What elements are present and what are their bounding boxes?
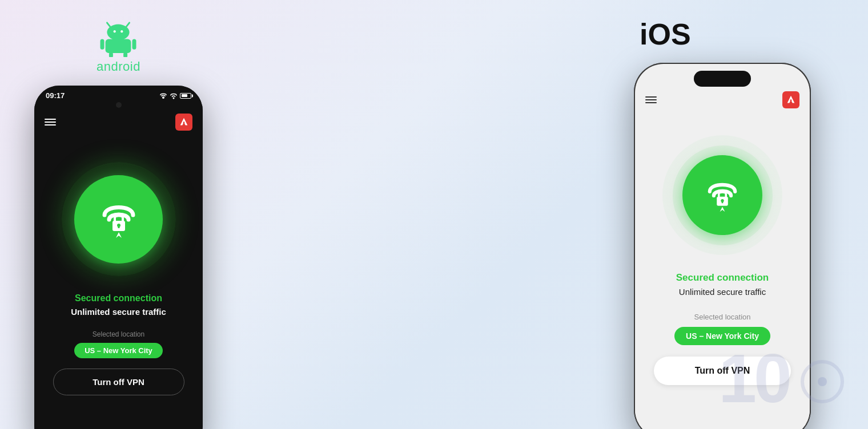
ios-vpn-shield-icon — [700, 172, 745, 218]
android-label: android — [97, 59, 140, 74]
android-topbar — [34, 109, 203, 135]
ios-platform-label: iOS — [640, 17, 691, 51]
android-secured-text: Secured connection — [75, 293, 162, 303]
svg-point-2 — [107, 25, 130, 41]
watermark-circle-icon — [799, 359, 845, 404]
svg-rect-17 — [722, 201, 724, 204]
android-status-icons — [159, 92, 191, 99]
hotspot-icon — [159, 92, 167, 99]
svg-point-10 — [162, 96, 164, 99]
android-logo: android — [97, 17, 140, 74]
ios-avast-logo — [782, 91, 799, 108]
android-location-section: Selected location US – New York City — [74, 330, 163, 358]
android-section: android 09:17 — [34, 17, 203, 429]
ios-unlimited-text: Unlimited secure traffic — [679, 287, 766, 297]
android-selected-location-label: Selected location — [93, 330, 144, 338]
ios-bottom-bar — [635, 424, 810, 429]
svg-point-3 — [114, 30, 116, 33]
svg-rect-9 — [124, 52, 128, 57]
svg-point-11 — [173, 97, 175, 99]
battery-icon — [180, 93, 191, 99]
android-location-badge[interactable]: US – New York City — [74, 343, 163, 358]
android-vpn-circle[interactable] — [62, 162, 176, 276]
android-vpn-shield-icon — [93, 193, 144, 245]
android-menu-icon[interactable] — [45, 119, 56, 126]
svg-point-4 — [121, 30, 123, 33]
android-turn-off-vpn-button[interactable]: Turn off VPN — [53, 369, 184, 395]
android-time: 09:17 — [46, 91, 65, 100]
ios-avast-a-icon — [786, 95, 796, 105]
wifi-icon — [170, 92, 178, 99]
svg-rect-14 — [118, 226, 119, 228]
android-vpn-main: Secured connection Unlimited secure traf… — [34, 135, 203, 429]
ios-vpn-circle[interactable] — [662, 135, 782, 255]
svg-point-19 — [818, 377, 827, 386]
android-camera-area — [34, 102, 203, 109]
ios-secured-text: Secured connection — [676, 272, 769, 284]
android-avast-logo — [175, 114, 192, 131]
dynamic-island — [635, 64, 810, 89]
svg-rect-8 — [109, 52, 113, 57]
svg-rect-7 — [132, 39, 136, 50]
ios-menu-icon[interactable] — [645, 96, 657, 103]
ios-topbar — [635, 89, 810, 113]
android-unlimited-text: Unlimited secure traffic — [71, 307, 166, 317]
watermark: 10 — [718, 339, 845, 418]
svg-rect-5 — [106, 39, 131, 54]
android-camera-dot — [116, 102, 122, 108]
dynamic-island-pill — [694, 71, 751, 87]
android-phone: 09:17 — [34, 86, 203, 429]
android-robot-icon — [98, 17, 138, 57]
ios-selected-location-label: Selected location — [694, 313, 750, 321]
avast-a-icon — [179, 117, 189, 127]
svg-rect-6 — [101, 39, 105, 50]
android-statusbar: 09:17 — [34, 86, 203, 102]
